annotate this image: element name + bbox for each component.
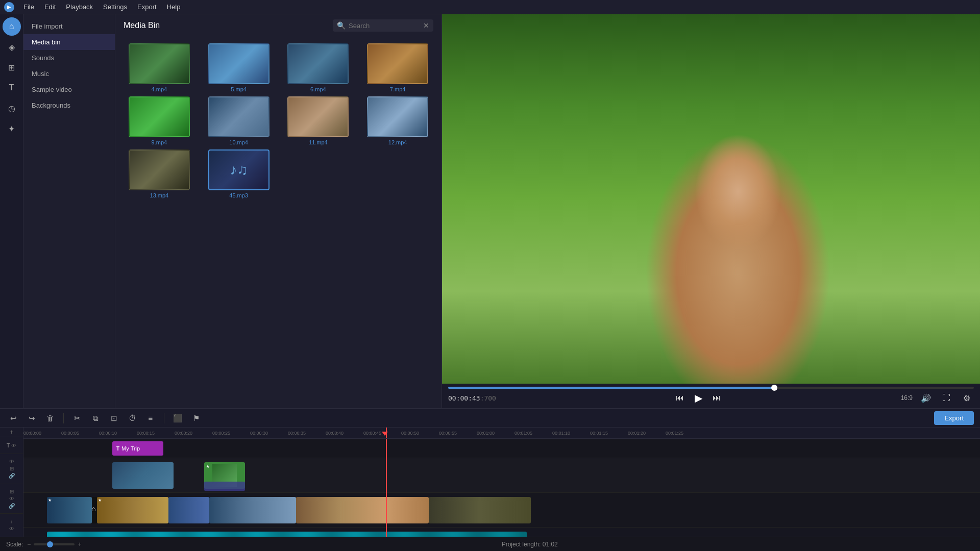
- flag-btn[interactable]: ⚑: [189, 411, 203, 425]
- effects-icon-btn[interactable]: ✦: [3, 119, 21, 138]
- menu-file[interactable]: File: [18, 2, 39, 12]
- ruler-20: 00:00:20: [175, 431, 192, 436]
- audio-track-eye-icon[interactable]: 👁: [9, 526, 14, 532]
- menu-edit[interactable]: Edit: [39, 2, 61, 12]
- media-item-4mp4[interactable]: 4.mp4: [121, 43, 197, 92]
- progress-bar[interactable]: [448, 387, 974, 389]
- media-label-11mp4: 11.mp4: [309, 139, 328, 145]
- home-icon-btn[interactable]: ⌂: [3, 17, 21, 36]
- menu-help[interactable]: Help: [162, 2, 186, 12]
- media-label-45mp3: 45.mp3: [229, 192, 248, 198]
- scale-plus-icon[interactable]: +: [78, 541, 81, 548]
- delete-btn[interactable]: 🗑: [43, 411, 57, 425]
- export-button[interactable]: Export: [934, 411, 974, 425]
- media-item-12mp4[interactable]: 12.mp4: [360, 96, 435, 145]
- main-track-eye-icon[interactable]: 👁: [9, 496, 14, 502]
- undo-btn[interactable]: ↩: [6, 411, 20, 425]
- tag-icon-btn[interactable]: ◈: [3, 38, 21, 56]
- media-thumb-10mp4: [208, 96, 270, 137]
- ruler-105: 00:01:05: [514, 431, 532, 436]
- video-track-lock-icon[interactable]: ⊞: [10, 466, 14, 471]
- main-clip-3[interactable]: [168, 497, 209, 523]
- playhead-ruler-line: [386, 428, 387, 439]
- align-btn[interactable]: ≡: [143, 411, 158, 425]
- app-icon: ▶: [4, 2, 14, 12]
- menu-playback[interactable]: Playback: [61, 2, 98, 12]
- play-btn[interactable]: ▶: [691, 391, 705, 405]
- media-item-11mp4[interactable]: 11.mp4: [281, 96, 356, 145]
- playback-right-controls: 16:9 🔊 ⛶ ⚙: [901, 391, 974, 405]
- media-item-6mp4[interactable]: 6.mp4: [281, 43, 356, 92]
- title-track-eye-icon[interactable]: 👁: [11, 443, 16, 448]
- main-clip-5[interactable]: [296, 497, 429, 523]
- media-thumb-45mp3: ♪♫: [208, 149, 270, 190]
- ruler-30: 00:00:30: [250, 431, 268, 436]
- clip2-overlay: [204, 482, 245, 491]
- scale-minus-icon[interactable]: −: [27, 541, 31, 548]
- volume-icon[interactable]: 🔊: [919, 391, 933, 405]
- media-thumb-9mp4: [129, 96, 190, 137]
- search-input[interactable]: [349, 22, 420, 30]
- cut-btn[interactable]: ✂: [70, 411, 84, 425]
- video-track-link-icon[interactable]: 🔗: [9, 473, 15, 479]
- ruler-0: 00:00:00: [23, 431, 41, 436]
- main-track-link-icon[interactable]: 🔗: [9, 503, 15, 509]
- main-clip-4[interactable]: [209, 497, 296, 523]
- nav-music[interactable]: Music: [23, 66, 115, 82]
- media-item-7mp4[interactable]: 7.mp4: [360, 43, 435, 92]
- transition-icon-btn[interactable]: T: [3, 79, 21, 97]
- media-item-10mp4[interactable]: 10.mp4: [201, 96, 277, 145]
- media-grid: 4.mp4 5.mp4 6.mp4 7.mp4: [115, 37, 442, 205]
- ruler-5: 00:00:05: [61, 431, 79, 436]
- title-clip[interactable]: T My Trip: [112, 441, 163, 456]
- preview-panel: 00:00:43:700 ⏮ ▶ ⏭ 16:9 🔊 ⛶ ⚙: [442, 14, 980, 408]
- aspect-ratio[interactable]: 16:9: [901, 394, 913, 402]
- media-item-13mp4[interactable]: 13.mp4: [121, 149, 197, 198]
- nav-sample-video[interactable]: Sample video: [23, 82, 115, 97]
- copy-btn[interactable]: ⧉: [88, 411, 103, 425]
- progress-fill: [448, 387, 774, 389]
- menu-settings[interactable]: Settings: [98, 2, 132, 12]
- video-track-eye-icon[interactable]: 👁: [9, 459, 14, 464]
- skip-forward-btn[interactable]: ⏭: [709, 391, 724, 405]
- media-label-13mp4: 13.mp4: [150, 192, 169, 198]
- grid-icon-btn[interactable]: ⊞: [3, 58, 21, 77]
- caption-btn[interactable]: ⬛: [170, 411, 185, 425]
- nav-media-bin[interactable]: Media bin: [23, 34, 115, 50]
- media-item-9mp4[interactable]: 9.mp4: [121, 96, 197, 145]
- audio-waveform[interactable]: [47, 532, 527, 537]
- media-item-5mp4[interactable]: 5.mp4: [201, 43, 277, 92]
- title-track-text-icon: T: [7, 442, 10, 448]
- redo-btn[interactable]: ↪: [24, 411, 39, 425]
- main-clip-1[interactable]: ★: [47, 497, 92, 523]
- progress-handle[interactable]: [771, 385, 777, 391]
- clock-icon-btn[interactable]: ◷: [3, 99, 21, 117]
- project-length-value: 01:02: [543, 541, 558, 548]
- main-clip-6[interactable]: [429, 497, 531, 523]
- split-btn[interactable]: ⊡: [107, 411, 121, 425]
- ruler-120: 00:01:20: [628, 431, 646, 436]
- media-label-12mp4: 12.mp4: [388, 139, 407, 145]
- media-item-45mp3[interactable]: ♪♫ 45.mp3: [201, 149, 277, 198]
- menu-export[interactable]: Export: [132, 2, 162, 12]
- main-track-icon: ⊞: [10, 489, 14, 494]
- time-display: 00:00:43:700: [448, 394, 496, 402]
- clip1-thumb: [112, 462, 174, 489]
- timeline-content[interactable]: 00:00:00 00:00:05 00:00:10 00:00:15 00:0…: [23, 428, 980, 537]
- main-clip-2[interactable]: ★: [97, 497, 168, 523]
- nav-sounds[interactable]: Sounds: [23, 50, 115, 66]
- ruler-55: 00:00:55: [439, 431, 457, 436]
- fullscreen-icon[interactable]: ⛶: [939, 391, 953, 405]
- skip-back-btn[interactable]: ⏮: [673, 391, 687, 405]
- nav-file-import[interactable]: File import: [23, 18, 115, 34]
- speed-btn[interactable]: ⏱: [125, 411, 139, 425]
- media-thumb-4mp4: [129, 43, 190, 84]
- add-track-icon[interactable]: +: [10, 429, 13, 436]
- nav-backgrounds[interactable]: Backgrounds: [23, 97, 115, 113]
- scale-slider[interactable]: [34, 543, 75, 545]
- search-clear-icon[interactable]: ✕: [423, 21, 429, 30]
- settings-icon[interactable]: ⚙: [960, 391, 974, 405]
- video-clip-1[interactable]: [112, 462, 174, 489]
- icon-sidebar: ⌂ ◈ ⊞ T ◷ ✦: [0, 14, 23, 408]
- tracks-container: T My Trip ★: [23, 439, 980, 537]
